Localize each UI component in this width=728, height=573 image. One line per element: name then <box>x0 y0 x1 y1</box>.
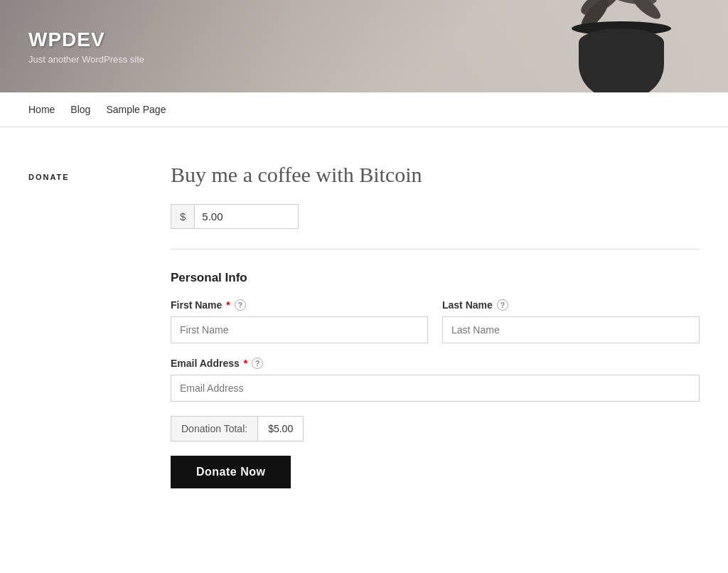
currency-symbol: $ <box>171 205 195 228</box>
amount-row: $ <box>171 204 299 229</box>
last-name-input[interactable] <box>442 316 700 343</box>
nav-item-sample-page: Sample Page <box>106 92 181 127</box>
sidebar: DONATE <box>28 156 142 488</box>
site-tagline: Just another WordPress site <box>28 54 144 65</box>
sidebar-donate-label: DONATE <box>28 173 70 181</box>
email-row: Email Address * ? <box>171 358 700 402</box>
site-branding: WPDEV Just another WordPress site <box>28 28 144 65</box>
donation-total-label: Donation Total: <box>171 416 257 441</box>
decorative-plant <box>557 0 685 92</box>
first-name-required: * <box>226 299 230 311</box>
nav-link-sample-page[interactable]: Sample Page <box>106 92 181 127</box>
first-name-label: First Name * ? <box>171 299 428 311</box>
name-row: First Name * ? Last Name ? <box>171 299 700 343</box>
email-required: * <box>244 358 247 369</box>
donate-now-button[interactable]: Donate Now <box>171 456 291 488</box>
email-label: Email Address * ? <box>171 358 700 369</box>
site-content: DONATE Buy me a coffee with Bitcoin $ Pe… <box>0 127 728 517</box>
first-name-input[interactable] <box>171 316 428 343</box>
nav-item-home: Home <box>28 92 70 127</box>
email-input[interactable] <box>171 375 700 402</box>
last-name-help-icon[interactable]: ? <box>497 299 508 311</box>
last-name-group: Last Name ? <box>442 299 700 343</box>
section-divider <box>171 249 700 250</box>
nav-list: Home Blog Sample Page <box>28 92 700 127</box>
donate-title: Buy me a coffee with Bitcoin <box>171 163 700 187</box>
nav-item-blog: Blog <box>70 92 106 127</box>
nav-link-home[interactable]: Home <box>28 92 70 127</box>
personal-info-heading: Personal Info <box>171 271 700 285</box>
donation-total-row: Donation Total: $5.00 <box>171 416 700 441</box>
amount-input[interactable] <box>195 205 273 228</box>
email-group: Email Address * ? <box>171 358 700 402</box>
last-name-label: Last Name ? <box>442 299 700 311</box>
site-title: WPDEV <box>28 28 144 51</box>
email-help-icon[interactable]: ? <box>252 358 263 369</box>
first-name-help-icon[interactable]: ? <box>235 299 246 311</box>
nav-link-blog[interactable]: Blog <box>70 92 106 127</box>
main-area: Buy me a coffee with Bitcoin $ Personal … <box>171 156 700 488</box>
site-header: WPDEV Just another WordPress site <box>0 0 728 92</box>
site-navigation: Home Blog Sample Page <box>0 92 728 127</box>
donation-total-amount: $5.00 <box>257 416 304 441</box>
first-name-group: First Name * ? <box>171 299 428 343</box>
